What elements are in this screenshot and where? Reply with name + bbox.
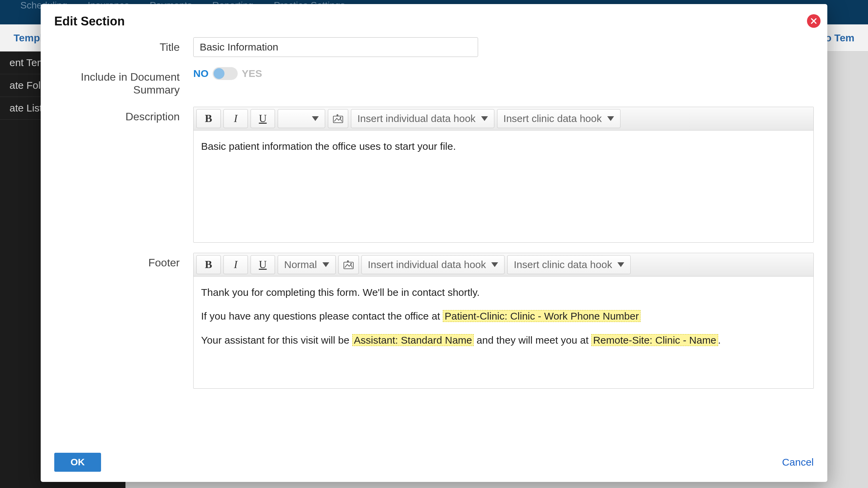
close-button[interactable] <box>807 14 821 28</box>
description-editor: B I U Insert individual data hook Insert <box>193 107 814 243</box>
insert-image-button[interactable] <box>338 255 359 274</box>
footer-body[interactable]: Thank you for completing this form. We'l… <box>194 277 813 388</box>
chevron-down-icon <box>322 262 329 267</box>
label-include-summary: Include in Document Summary <box>54 67 193 97</box>
chevron-down-icon <box>607 116 614 121</box>
clinic-hook-label: Insert clinic data hook <box>504 113 602 124</box>
format-label: Normal <box>284 259 317 270</box>
footer-p2-text: If you have any questions please contact… <box>201 310 443 322</box>
chevron-down-icon <box>312 116 319 121</box>
label-description: Description <box>54 107 193 243</box>
footer-p3-pre: Your assistant for this visit will be <box>201 334 352 346</box>
description-toolbar: B I U Insert individual data hook Insert <box>194 107 813 130</box>
italic-button[interactable]: I <box>223 109 248 128</box>
clinic-hook-dropdown[interactable]: Insert clinic data hook <box>497 109 620 128</box>
format-dropdown[interactable] <box>278 109 325 128</box>
individual-hook-label: Insert individual data hook <box>368 259 486 270</box>
bold-button[interactable]: B <box>196 255 221 274</box>
image-icon <box>333 114 343 123</box>
individual-hook-dropdown[interactable]: Insert individual data hook <box>351 109 494 128</box>
chevron-down-icon <box>617 262 624 267</box>
label-title: Title <box>54 37 193 57</box>
modal-actions: OK Cancel <box>54 446 814 472</box>
data-hook-patient-clinic-phone[interactable]: Patient-Clinic: Clinic - Work Phone Numb… <box>443 310 640 322</box>
label-footer: Footer <box>54 253 193 389</box>
format-dropdown[interactable]: Normal <box>278 255 336 274</box>
svg-point-1 <box>340 117 341 118</box>
toggle-knob <box>214 68 224 79</box>
chevron-down-icon <box>491 262 498 267</box>
footer-paragraph-2: If you have any questions please contact… <box>201 308 806 324</box>
svg-point-3 <box>350 263 352 264</box>
italic-button[interactable]: I <box>223 255 248 274</box>
image-icon <box>343 260 354 269</box>
bold-button[interactable]: B <box>196 109 221 128</box>
edit-section-modal: Edit Section Title Include in Document S… <box>41 4 827 482</box>
individual-hook-dropdown[interactable]: Insert individual data hook <box>361 255 505 274</box>
modal-heading: Edit Section <box>54 14 814 28</box>
cancel-button[interactable]: Cancel <box>782 456 814 468</box>
row-footer: Footer B I U Normal <box>54 253 814 389</box>
description-body[interactable]: Basic patient information the office use… <box>194 130 813 242</box>
data-hook-assistant-name[interactable]: Assistant: Standard Name <box>352 334 474 346</box>
include-summary-toggle[interactable] <box>213 67 238 80</box>
row-include-summary: Include in Document Summary NO YES <box>54 67 814 97</box>
row-title: Title <box>54 37 814 57</box>
close-icon <box>810 17 817 25</box>
insert-image-button[interactable] <box>328 109 348 128</box>
toggle-yes-label: YES <box>242 68 262 79</box>
clinic-hook-dropdown[interactable]: Insert clinic data hook <box>507 255 631 274</box>
title-input[interactable] <box>193 37 478 57</box>
underline-button[interactable]: U <box>251 109 275 128</box>
footer-p3-post: . <box>718 334 721 346</box>
footer-p3-mid: and they will meet you at <box>474 334 591 346</box>
toggle-no-label: NO <box>193 68 209 79</box>
footer-editor: B I U Normal Insert individual data hook <box>193 253 814 389</box>
underline-button[interactable]: U <box>251 255 275 274</box>
row-description: Description B I U Insert individual data… <box>54 107 814 243</box>
ok-button[interactable]: OK <box>54 453 101 472</box>
footer-paragraph-3: Your assistant for this visit will be As… <box>201 332 806 348</box>
chevron-down-icon <box>481 116 488 121</box>
individual-hook-label: Insert individual data hook <box>357 113 476 124</box>
data-hook-remote-site-name[interactable]: Remote-Site: Clinic - Name <box>591 334 718 346</box>
footer-paragraph-1: Thank you for completing this form. We'l… <box>201 285 806 301</box>
clinic-hook-label: Insert clinic data hook <box>514 259 612 270</box>
footer-toolbar: B I U Normal Insert individual data hook <box>194 253 813 277</box>
